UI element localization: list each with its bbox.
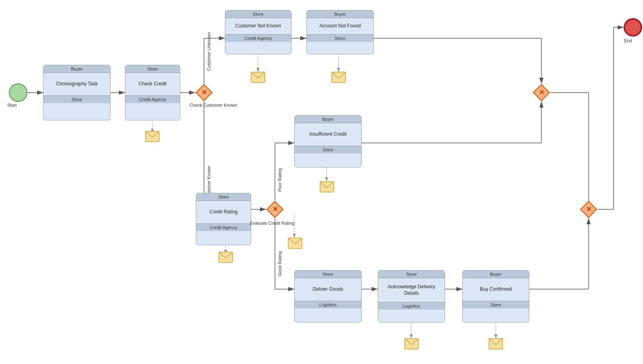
end-event <box>624 18 642 37</box>
customer-not-known-node: Store Customer Not Known Credit Agency <box>225 10 291 54</box>
gateway-merge-top: ✕ <box>533 84 550 101</box>
insufficient-credit-node: Buyer Insufficient Credit Store <box>294 115 362 168</box>
gateway-merge-bottom: ✕ <box>580 201 597 218</box>
choreography-task-header: Buyer <box>44 65 110 73</box>
account-not-found-footer: Store <box>307 34 373 42</box>
credit-rating-body: Credit Rating <box>196 201 251 223</box>
insufficient-credit-body: Insufficient Credit <box>295 123 361 146</box>
start-event <box>9 83 27 102</box>
credit-rating-footer: Credit Agency <box>196 223 251 231</box>
diagram-canvas: Start Buyer Choreography Task Store Stor… <box>0 0 643 364</box>
deliver-goods-footer: Logistics <box>295 301 361 308</box>
gateway-evaluate-credit-rating-label: Evaluate Credit Rating <box>250 221 294 225</box>
message-check-credit <box>145 131 160 143</box>
message-credit-rating <box>218 252 233 264</box>
deliver-goods-body: Deliver Goods <box>295 278 361 301</box>
svg-text:✕: ✕ <box>202 89 207 96</box>
acknowledge-delivery-node: Store Acknowledge Delivery Details Logis… <box>378 270 445 323</box>
check-credit-footer: Credit Agency <box>125 95 180 103</box>
flow-label-poor-rating: Poor Rating <box>277 168 282 192</box>
choreography-task-node: Buyer Choreography Task Store <box>43 65 110 120</box>
message-customer-not-known <box>251 72 265 84</box>
check-credit-body: Check Credit <box>125 73 180 95</box>
deliver-goods-header: Store <box>295 271 361 278</box>
message-buy-confirmed <box>489 338 503 351</box>
credit-rating-node: Store Credit Rating Credit Agency <box>196 193 251 245</box>
buy-confirmed-footer: Store <box>463 301 529 308</box>
gateway-check-customer-known-label: Check Customer Known <box>189 103 237 108</box>
insufficient-credit-footer: Store <box>295 146 361 153</box>
svg-text:✕: ✕ <box>539 89 544 96</box>
check-credit-header: Store <box>125 65 180 73</box>
end-label: End <box>624 38 632 43</box>
message-insufficient-credit <box>320 181 334 194</box>
account-not-found-body: Account Not Found <box>307 18 373 34</box>
flow-label-customer-unknown: Customer Unknown <box>206 32 211 71</box>
choreography-task-body: Choreography Task <box>44 73 110 95</box>
account-not-found-node: Buyer Account Not Found Store <box>306 10 374 54</box>
credit-rating-header: Store <box>196 193 251 201</box>
check-credit-node: Store Check Credit Credit Agency <box>125 65 180 120</box>
acknowledge-delivery-footer: Logistics <box>378 302 445 310</box>
message-acknowledge-delivery <box>404 338 419 351</box>
svg-text:✕: ✕ <box>273 206 278 213</box>
buy-confirmed-node: Buyer Buy Confirmed Store <box>462 270 529 323</box>
start-label: Start <box>7 103 17 108</box>
gateway-check-customer-known: ✕ <box>195 84 213 101</box>
buy-confirmed-body: Buy Confirmed <box>463 278 529 301</box>
insufficient-credit-header: Buyer <box>295 116 361 123</box>
message-evaluate-credit-rating <box>288 238 302 250</box>
customer-not-known-body: Customer Not Known <box>225 18 291 34</box>
svg-text:✕: ✕ <box>586 206 591 213</box>
account-not-found-header: Buyer <box>307 10 373 18</box>
customer-not-known-header: Store <box>225 10 291 18</box>
message-account-not-found <box>331 72 346 84</box>
gateway-evaluate-credit-rating: ✕ <box>266 201 284 218</box>
buy-confirmed-header: Buyer <box>463 271 529 278</box>
customer-not-known-footer: Credit Agency <box>225 34 291 42</box>
acknowledge-delivery-header: Store <box>378 271 445 278</box>
choreography-task-footer: Store <box>44 95 110 103</box>
acknowledge-delivery-body: Acknowledge Delivery Details <box>378 278 445 302</box>
deliver-goods-node: Store Deliver Goods Logistics <box>294 270 362 323</box>
flow-label-good-rating: Good Rating <box>277 251 282 276</box>
